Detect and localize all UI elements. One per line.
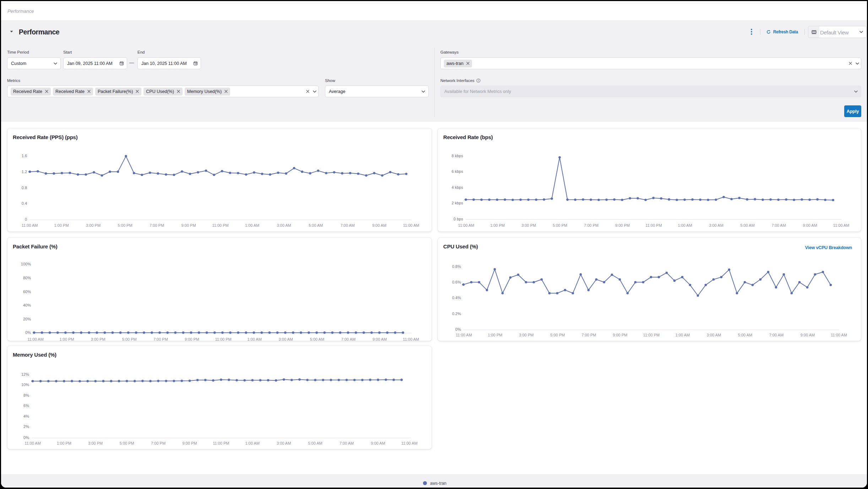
svg-text:7:00 PM: 7:00 PM <box>153 337 168 341</box>
svg-text:3:00 AM: 3:00 AM <box>707 333 721 337</box>
svg-text:10%: 10% <box>21 383 29 387</box>
svg-text:0.8: 0.8 <box>22 186 27 190</box>
svg-text:80%: 80% <box>23 276 31 280</box>
svg-text:9:00 PM: 9:00 PM <box>185 337 199 341</box>
svg-text:0.4%: 0.4% <box>452 296 461 300</box>
svg-text:3:00 AM: 3:00 AM <box>709 223 723 227</box>
svg-text:0: 0 <box>25 217 27 221</box>
svg-text:1:00 AM: 1:00 AM <box>245 441 260 445</box>
svg-text:2%: 2% <box>23 424 29 429</box>
svg-text:11:00 AM: 11:00 AM <box>403 223 419 227</box>
svg-text:0.2%: 0.2% <box>452 312 461 316</box>
svg-text:5:00 PM: 5:00 PM <box>118 223 132 227</box>
svg-text:5:00 AM: 5:00 AM <box>740 223 755 227</box>
svg-text:7:00 PM: 7:00 PM <box>150 223 164 227</box>
svg-text:6 kbps: 6 kbps <box>452 169 463 174</box>
svg-text:3:00 AM: 3:00 AM <box>279 337 293 341</box>
svg-text:7:00 AM: 7:00 AM <box>341 337 356 341</box>
svg-text:3:00 PM: 3:00 PM <box>91 337 105 341</box>
svg-text:8%: 8% <box>23 393 29 397</box>
svg-text:20%: 20% <box>23 317 31 321</box>
svg-text:11:00 AM: 11:00 AM <box>833 223 850 227</box>
svg-text:7:00 AM: 7:00 AM <box>772 223 786 227</box>
svg-text:11:00 PM: 11:00 PM <box>643 333 660 337</box>
svg-text:0%: 0% <box>25 330 31 335</box>
svg-text:5:00 PM: 5:00 PM <box>120 441 134 445</box>
svg-text:60%: 60% <box>23 290 31 294</box>
svg-text:11:00 PM: 11:00 PM <box>215 337 231 341</box>
svg-text:9:00 AM: 9:00 AM <box>372 223 386 227</box>
svg-text:11:00 PM: 11:00 PM <box>213 441 229 445</box>
svg-text:1.6: 1.6 <box>22 154 27 158</box>
svg-text:11:00 AM: 11:00 AM <box>403 337 419 341</box>
svg-text:3:00 PM: 3:00 PM <box>88 441 103 445</box>
svg-text:11:00 AM: 11:00 AM <box>458 223 474 227</box>
svg-text:0%: 0% <box>23 435 29 440</box>
svg-text:40%: 40% <box>23 303 31 307</box>
svg-text:9:00 AM: 9:00 AM <box>371 441 385 445</box>
svg-text:11:00 AM: 11:00 AM <box>831 333 847 337</box>
svg-text:5:00 AM: 5:00 AM <box>308 441 322 445</box>
svg-text:1:00 PM: 1:00 PM <box>488 333 503 337</box>
svg-text:9:00 AM: 9:00 AM <box>373 337 387 341</box>
svg-text:11:00 PM: 11:00 PM <box>646 223 662 227</box>
svg-text:3:00 PM: 3:00 PM <box>521 223 536 227</box>
svg-text:1:00 AM: 1:00 AM <box>248 337 262 341</box>
svg-text:9:00 PM: 9:00 PM <box>181 223 196 227</box>
svg-text:4%: 4% <box>23 414 29 418</box>
svg-text:7:00 PM: 7:00 PM <box>151 441 166 445</box>
svg-text:7:00 PM: 7:00 PM <box>584 223 598 227</box>
svg-text:1:00 AM: 1:00 AM <box>676 333 690 337</box>
svg-text:5:00 PM: 5:00 PM <box>553 223 567 227</box>
svg-text:12%: 12% <box>21 372 29 377</box>
svg-text:11:00 AM: 11:00 AM <box>27 337 44 341</box>
svg-text:7:00 AM: 7:00 AM <box>340 441 354 445</box>
svg-text:9:00 AM: 9:00 AM <box>803 223 817 227</box>
svg-text:8 kbps: 8 kbps <box>452 154 463 158</box>
svg-text:0%: 0% <box>455 327 461 331</box>
svg-text:1:00 PM: 1:00 PM <box>54 223 69 227</box>
svg-text:5:00 PM: 5:00 PM <box>122 337 137 341</box>
svg-text:9:00 PM: 9:00 PM <box>183 441 197 445</box>
svg-text:1:00 AM: 1:00 AM <box>245 223 259 227</box>
svg-text:7:00 AM: 7:00 AM <box>340 223 354 227</box>
svg-text:11:00 AM: 11:00 AM <box>22 223 38 227</box>
svg-text:5:00 AM: 5:00 AM <box>309 223 323 227</box>
svg-text:1:00 PM: 1:00 PM <box>60 337 74 341</box>
svg-text:11:00 AM: 11:00 AM <box>401 441 418 445</box>
svg-text:3:00 PM: 3:00 PM <box>519 333 534 337</box>
svg-text:1:00 PM: 1:00 PM <box>57 441 71 445</box>
svg-text:11:00 AM: 11:00 AM <box>456 333 472 337</box>
svg-text:1:00 PM: 1:00 PM <box>490 223 505 227</box>
svg-text:0.4: 0.4 <box>22 201 27 205</box>
svg-text:1.2: 1.2 <box>22 170 27 174</box>
svg-text:9:00 PM: 9:00 PM <box>615 223 630 227</box>
svg-text:3:00 PM: 3:00 PM <box>86 223 101 227</box>
svg-text:5:00 AM: 5:00 AM <box>738 333 752 337</box>
svg-text:11:00 AM: 11:00 AM <box>25 441 41 445</box>
svg-text:9:00 AM: 9:00 AM <box>801 333 815 337</box>
svg-text:0 bps: 0 bps <box>454 217 463 221</box>
svg-text:9:00 PM: 9:00 PM <box>613 333 628 337</box>
svg-text:3:00 AM: 3:00 AM <box>277 223 291 227</box>
svg-text:5:00 AM: 5:00 AM <box>310 337 324 341</box>
svg-text:7:00 AM: 7:00 AM <box>769 333 783 337</box>
svg-text:7:00 PM: 7:00 PM <box>582 333 596 337</box>
svg-text:3:00 AM: 3:00 AM <box>277 441 291 445</box>
svg-text:0.6%: 0.6% <box>452 280 461 284</box>
svg-text:11:00 PM: 11:00 PM <box>212 223 228 227</box>
svg-text:6%: 6% <box>23 403 29 408</box>
svg-text:5:00 PM: 5:00 PM <box>550 333 565 337</box>
svg-text:4 kbps: 4 kbps <box>452 185 463 189</box>
svg-text:1:00 AM: 1:00 AM <box>678 223 692 227</box>
svg-text:0.8%: 0.8% <box>452 264 461 269</box>
svg-text:2 kbps: 2 kbps <box>452 201 463 205</box>
svg-text:100%: 100% <box>21 262 31 266</box>
